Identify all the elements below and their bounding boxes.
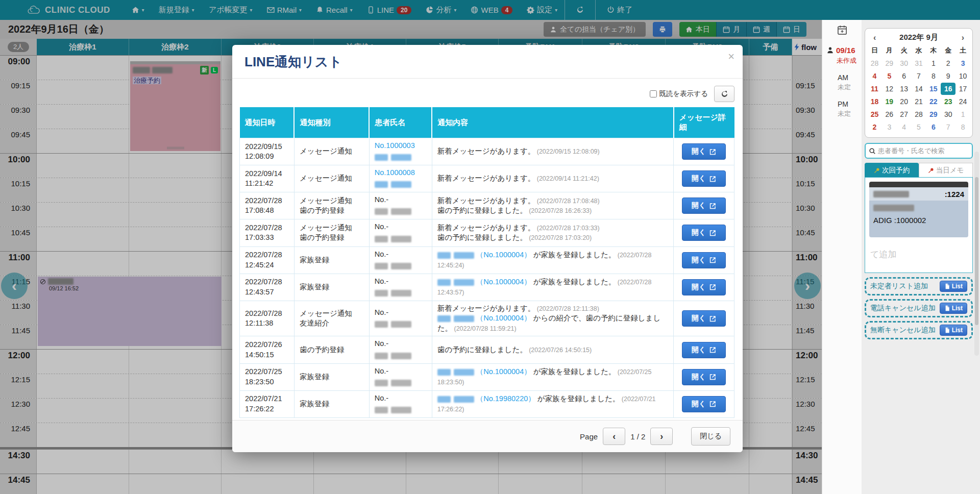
calendar-day[interactable]: 19 [882, 95, 897, 108]
redacted-name [375, 154, 411, 161]
calendar-day[interactable]: 12 [882, 83, 897, 95]
calendar-prev-button[interactable]: ‹ [871, 33, 878, 42]
open-message-button[interactable]: 開く [682, 342, 726, 358]
calendar-day[interactable]: 7 [941, 121, 955, 133]
patient-number-link[interactable]: No.1000008 [375, 168, 415, 177]
calendar-day[interactable]: 5 [882, 70, 897, 82]
calendar-day[interactable]: 8 [926, 70, 941, 82]
timestamp: (2022/07/28 16:26:33) [527, 207, 592, 214]
calendar-day[interactable]: 4 [867, 70, 882, 82]
patient-number-link[interactable]: No.1000003 [375, 141, 415, 150]
calendar-day[interactable]: 22 [926, 95, 941, 108]
show-read-checkbox-label[interactable]: 既読を表示する [650, 89, 708, 98]
open-message-button[interactable]: 開く [682, 369, 726, 385]
open-message-button[interactable]: 開く [682, 143, 726, 160]
notification-kind: メッセージ通知歯の予約登録 [294, 192, 369, 219]
pin-icon [874, 167, 880, 174]
calendar-day[interactable]: 7 [912, 70, 926, 82]
open-message-button[interactable]: 開く [682, 279, 726, 295]
weekday-label: 水 [912, 44, 926, 57]
calendar-day[interactable]: 26 [882, 108, 897, 120]
redacted-name [437, 315, 474, 322]
pm-value: 未定 [838, 109, 857, 118]
calendar-day[interactable]: 5 [912, 121, 926, 133]
close-button[interactable]: 閉じる [691, 427, 730, 446]
notification-text: 新着メッセージがあります。 [437, 304, 535, 312]
calendar-day[interactable]: 1 [955, 108, 970, 120]
calendar-day[interactable]: 3 [955, 57, 970, 69]
calendar-next-button[interactable]: › [960, 33, 966, 42]
notification-text: 新着メッセージがあります。 [437, 147, 535, 155]
open-message-button[interactable]: 開く [682, 310, 726, 327]
calendar-day[interactable]: 17 [955, 83, 970, 95]
calendar-day[interactable]: 27 [897, 108, 912, 120]
calendar-day[interactable]: 13 [897, 83, 912, 95]
open-message-button[interactable]: 開く [682, 170, 726, 187]
open-message-button[interactable]: 開く [682, 197, 726, 214]
message-detail-cell: 開く [674, 192, 734, 219]
open-message-button[interactable]: 開く [682, 252, 726, 268]
notification-kind: 家族登録 [294, 390, 369, 417]
calendar-day[interactable]: 14 [912, 83, 926, 95]
open-message-button[interactable]: 開く [682, 225, 726, 241]
tab-next-reservation[interactable]: 次回予約 [865, 163, 919, 177]
calendar-day[interactable]: 10 [955, 70, 970, 82]
calendar-day[interactable]: 4 [897, 121, 912, 133]
calendar-day[interactable]: 24 [955, 95, 970, 108]
calendar-day[interactable]: 6 [897, 70, 912, 82]
calendar-day[interactable]: 28 [867, 57, 882, 69]
patient-search-input[interactable] [878, 147, 969, 155]
show-read-checkbox[interactable] [650, 90, 657, 97]
patient-number: No.- [375, 223, 388, 231]
calendar-day[interactable]: 30 [941, 108, 955, 120]
notification-text: が家族を登録しました。 [531, 367, 616, 376]
calendar-day[interactable]: 9 [941, 70, 955, 82]
calendar-day[interactable]: 16 [941, 83, 955, 95]
calendar-day[interactable]: 11 [867, 83, 882, 95]
patient-number: No.- [375, 394, 388, 402]
calendar-day[interactable]: 6 [926, 121, 941, 133]
calendar-day[interactable]: 23 [941, 95, 955, 108]
list-button[interactable]: List [940, 325, 967, 336]
calendar-day[interactable]: 31 [912, 57, 926, 69]
tab-today-memo[interactable]: 当日メモ [919, 163, 973, 177]
prev-page-button[interactable]: ‹ [603, 428, 625, 445]
calendar-day[interactable]: 8 [955, 121, 970, 133]
calendar-day[interactable]: 3 [882, 121, 897, 133]
add-list-row-2: 無断キャンセル追加List [865, 321, 973, 339]
table-column-header: 通知日時 [240, 107, 295, 138]
add-list-row-0: 未定者リスト追加List [865, 277, 973, 295]
calendar-day[interactable]: 30 [897, 57, 912, 69]
reservation-card[interactable]: :1224 ADIG :1000002 [869, 182, 968, 237]
calendar-day[interactable]: 21 [912, 95, 926, 108]
message-detail-cell: 開く [674, 274, 734, 301]
calendar-day[interactable]: 1 [926, 57, 941, 69]
calendar-day[interactable]: 28 [912, 108, 926, 120]
sidebar-scrollbar[interactable] [974, 152, 979, 356]
calendar-day[interactable]: 25 [867, 108, 882, 120]
patient-number-link[interactable]: （No.1000004） [476, 367, 531, 376]
calendar-icon[interactable] [826, 25, 857, 37]
calendar-day[interactable]: 18 [867, 95, 882, 108]
weekday-label: 月 [882, 44, 897, 57]
calendar-day[interactable]: 29 [882, 57, 897, 69]
open-message-button[interactable]: 開く [682, 396, 726, 412]
scrollbar-thumb[interactable] [975, 177, 978, 325]
calendar-day[interactable]: 2 [867, 121, 882, 133]
refresh-button[interactable] [714, 86, 734, 102]
next-page-button[interactable]: › [650, 428, 673, 445]
calendar-day[interactable]: 2 [941, 57, 955, 69]
list-button[interactable]: List [940, 303, 967, 314]
table-column-header: 通知内容 [432, 107, 673, 138]
calendar-day[interactable]: 29 [926, 108, 941, 120]
calendar-day[interactable]: 15 [926, 83, 941, 95]
table-column-header: メッセージ詳細 [674, 107, 734, 138]
list-button[interactable]: List [940, 281, 967, 292]
patient-number-link[interactable]: （No.1000004） [476, 314, 531, 322]
patient-number-link[interactable]: （No.1000004） [476, 251, 531, 259]
patient-number-link[interactable]: （No.19980220） [476, 394, 535, 403]
modal-body: 既読を表示する 通知日時通知種別患者氏名通知内容メッセージ詳細 2022/09/… [232, 79, 743, 418]
close-icon[interactable]: × [728, 50, 734, 63]
patient-number-link[interactable]: （No.1000004） [476, 278, 531, 286]
calendar-day[interactable]: 20 [897, 95, 912, 108]
